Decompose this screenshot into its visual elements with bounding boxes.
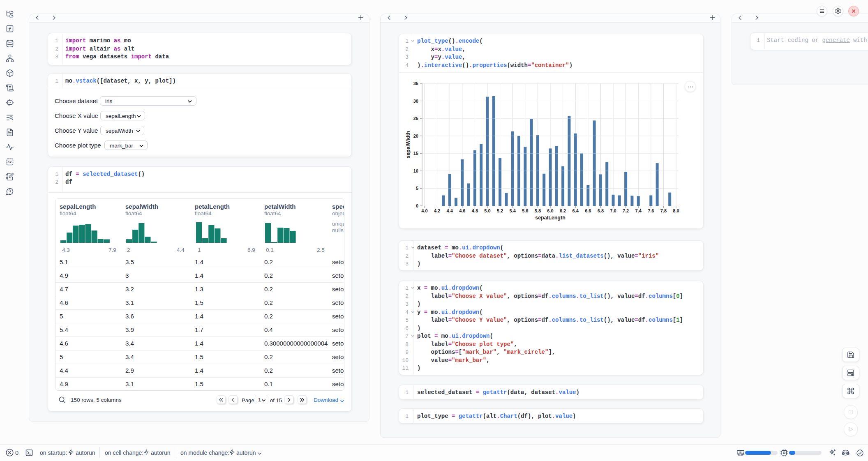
svg-text:4.4: 4.4 (447, 208, 453, 213)
svg-text:6.6: 6.6 (585, 208, 591, 213)
svg-text:4.6: 4.6 (459, 208, 465, 213)
svg-text:6.8: 6.8 (598, 208, 604, 213)
svg-text:7.2: 7.2 (623, 208, 629, 213)
svg-text:5.0: 5.0 (484, 208, 490, 213)
svg-text:35: 35 (413, 81, 418, 86)
svg-text:6.0: 6.0 (547, 208, 553, 213)
svg-text:7.8: 7.8 (660, 208, 667, 213)
svg-text:6.4: 6.4 (573, 208, 579, 213)
svg-text:30: 30 (413, 99, 418, 104)
svg-text:5.4: 5.4 (510, 208, 516, 213)
svg-text:25: 25 (413, 116, 418, 121)
svg-text:10: 10 (413, 168, 418, 173)
svg-text:4.2: 4.2 (434, 208, 440, 213)
svg-text:7.4: 7.4 (635, 208, 642, 213)
svg-text:4.0: 4.0 (421, 208, 427, 213)
svg-text:4.8: 4.8 (472, 208, 478, 213)
svg-text:15: 15 (413, 151, 418, 156)
svg-text:sepalWidth: sepalWidth (405, 131, 411, 159)
svg-text:7.0: 7.0 (610, 208, 616, 213)
svg-text:5.6: 5.6 (522, 208, 528, 213)
svg-text:7.6: 7.6 (648, 208, 654, 213)
svg-text:20: 20 (413, 134, 418, 138)
svg-text:8.0: 8.0 (673, 208, 679, 213)
svg-text:5.8: 5.8 (535, 208, 541, 213)
svg-text:6.2: 6.2 (560, 208, 566, 213)
svg-text:sepalLength: sepalLength (535, 215, 566, 221)
svg-text:5: 5 (416, 186, 418, 191)
svg-text:5.2: 5.2 (497, 208, 503, 213)
svg-text:0: 0 (416, 203, 418, 208)
